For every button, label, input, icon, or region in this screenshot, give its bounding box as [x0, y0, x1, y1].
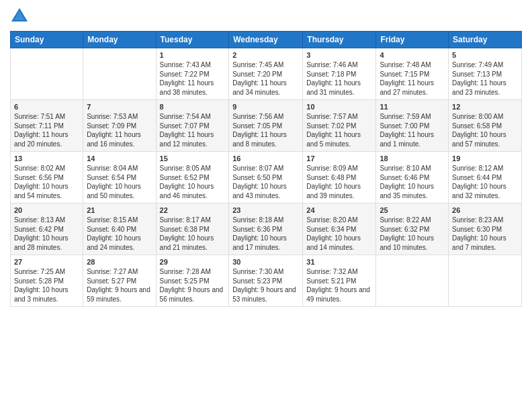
day-info: Sunrise: 7:27 AMSunset: 5:27 PMDaylight:…: [87, 267, 152, 304]
week-row-3: 13Sunrise: 8:02 AMSunset: 6:56 PMDayligh…: [11, 152, 522, 203]
day-info: Sunrise: 8:10 AMSunset: 6:46 PMDaylight:…: [380, 164, 445, 200]
day-number: 19: [452, 154, 518, 163]
day-cell: 17Sunrise: 8:09 AMSunset: 6:48 PMDayligh…: [303, 152, 376, 203]
day-cell: 30Sunrise: 7:30 AMSunset: 5:23 PMDayligh…: [229, 255, 303, 307]
day-number: 17: [306, 154, 372, 163]
day-cell: 27Sunrise: 7:25 AMSunset: 5:28 PMDayligh…: [11, 255, 83, 307]
day-info: Sunrise: 7:45 AMSunset: 7:20 PMDaylight:…: [232, 60, 299, 97]
day-cell: 29Sunrise: 7:28 AMSunset: 5:25 PMDayligh…: [156, 255, 229, 307]
logo: [10, 7, 32, 26]
day-info: Sunrise: 8:04 AMSunset: 6:54 PMDaylight:…: [87, 164, 152, 200]
day-info: Sunrise: 8:07 AMSunset: 6:50 PMDaylight:…: [232, 164, 299, 200]
day-cell: 5Sunrise: 7:49 AMSunset: 7:13 PMDaylight…: [449, 48, 522, 100]
day-info: Sunrise: 7:46 AMSunset: 7:18 PMDaylight:…: [306, 60, 372, 97]
weekday-header-tuesday: Tuesday: [156, 32, 229, 48]
day-number: 9: [232, 103, 299, 111]
day-info: Sunrise: 7:53 AMSunset: 7:09 PMDaylight:…: [87, 112, 152, 148]
day-info: Sunrise: 8:23 AMSunset: 6:30 PMDaylight:…: [452, 216, 518, 252]
day-info: Sunrise: 8:12 AMSunset: 6:44 PMDaylight:…: [452, 164, 518, 200]
day-cell: 22Sunrise: 8:17 AMSunset: 6:38 PMDayligh…: [156, 203, 229, 255]
day-info: Sunrise: 8:09 AMSunset: 6:48 PMDaylight:…: [306, 164, 372, 200]
day-cell: 24Sunrise: 8:20 AMSunset: 6:34 PMDayligh…: [303, 203, 376, 255]
header: [10, 7, 522, 26]
day-number: 29: [160, 258, 226, 266]
day-cell: 12Sunrise: 8:00 AMSunset: 6:58 PMDayligh…: [449, 100, 522, 152]
day-cell: 8Sunrise: 7:54 AMSunset: 7:07 PMDaylight…: [156, 100, 229, 152]
day-number: 16: [232, 154, 299, 163]
calendar: SundayMondayTuesdayWednesdayThursdayFrid…: [10, 31, 522, 307]
day-info: Sunrise: 7:56 AMSunset: 7:05 PMDaylight:…: [232, 112, 299, 148]
day-number: 24: [306, 206, 372, 214]
day-cell: 9Sunrise: 7:56 AMSunset: 7:05 PMDaylight…: [229, 100, 303, 152]
day-number: 13: [14, 154, 79, 163]
day-number: 4: [380, 51, 445, 59]
day-cell: 10Sunrise: 7:57 AMSunset: 7:02 PMDayligh…: [303, 100, 376, 152]
day-info: Sunrise: 7:49 AMSunset: 7:13 PMDaylight:…: [452, 60, 518, 97]
day-info: Sunrise: 7:54 AMSunset: 7:07 PMDaylight:…: [160, 112, 226, 148]
day-info: Sunrise: 7:30 AMSunset: 5:23 PMDaylight:…: [232, 267, 299, 304]
day-info: Sunrise: 8:15 AMSunset: 6:40 PMDaylight:…: [87, 216, 152, 252]
week-row-4: 20Sunrise: 8:13 AMSunset: 6:42 PMDayligh…: [11, 203, 522, 255]
day-number: 8: [160, 103, 226, 111]
day-number: 18: [380, 154, 445, 163]
weekday-header-friday: Friday: [376, 32, 449, 48]
weekday-header-wednesday: Wednesday: [229, 32, 303, 48]
day-number: 5: [452, 51, 518, 59]
week-row-5: 27Sunrise: 7:25 AMSunset: 5:28 PMDayligh…: [11, 255, 522, 307]
day-info: Sunrise: 8:13 AMSunset: 6:42 PMDaylight:…: [14, 216, 79, 252]
day-number: 6: [14, 103, 79, 111]
day-info: Sunrise: 7:28 AMSunset: 5:25 PMDaylight:…: [160, 267, 226, 304]
day-info: Sunrise: 7:48 AMSunset: 7:15 PMDaylight:…: [380, 60, 445, 97]
day-info: Sunrise: 8:18 AMSunset: 6:36 PMDaylight:…: [232, 216, 299, 252]
day-info: Sunrise: 8:20 AMSunset: 6:34 PMDaylight:…: [306, 216, 372, 252]
day-info: Sunrise: 8:05 AMSunset: 6:52 PMDaylight:…: [160, 164, 226, 200]
day-number: 3: [306, 51, 372, 59]
day-info: Sunrise: 7:57 AMSunset: 7:02 PMDaylight:…: [306, 112, 372, 148]
day-info: Sunrise: 7:59 AMSunset: 7:00 PMDaylight:…: [380, 112, 445, 148]
weekday-header-thursday: Thursday: [303, 32, 376, 48]
weekday-header-sunday: Sunday: [11, 32, 83, 48]
day-cell: [376, 255, 449, 307]
day-cell: 26Sunrise: 8:23 AMSunset: 6:30 PMDayligh…: [449, 203, 522, 255]
day-cell: 1Sunrise: 7:43 AMSunset: 7:22 PMDaylight…: [156, 48, 229, 100]
day-number: 27: [14, 258, 79, 266]
day-cell: 4Sunrise: 7:48 AMSunset: 7:15 PMDaylight…: [376, 48, 449, 100]
day-info: Sunrise: 8:00 AMSunset: 6:58 PMDaylight:…: [452, 112, 518, 148]
day-cell: 21Sunrise: 8:15 AMSunset: 6:40 PMDayligh…: [83, 203, 156, 255]
day-number: 28: [87, 258, 152, 266]
page: SundayMondayTuesdayWednesdayThursdayFrid…: [0, 0, 532, 411]
day-info: Sunrise: 8:02 AMSunset: 6:56 PMDaylight:…: [14, 164, 79, 200]
day-cell: 14Sunrise: 8:04 AMSunset: 6:54 PMDayligh…: [83, 152, 156, 203]
day-number: 23: [232, 206, 299, 214]
day-number: 22: [160, 206, 226, 214]
day-cell: 13Sunrise: 8:02 AMSunset: 6:56 PMDayligh…: [11, 152, 83, 203]
weekday-header-row: SundayMondayTuesdayWednesdayThursdayFrid…: [11, 32, 522, 48]
day-cell: 15Sunrise: 8:05 AMSunset: 6:52 PMDayligh…: [156, 152, 229, 203]
day-cell: 23Sunrise: 8:18 AMSunset: 6:36 PMDayligh…: [229, 203, 303, 255]
day-cell: 6Sunrise: 7:51 AMSunset: 7:11 PMDaylight…: [11, 100, 83, 152]
day-number: 15: [160, 154, 226, 163]
day-number: 26: [452, 206, 518, 214]
day-info: Sunrise: 7:32 AMSunset: 5:21 PMDaylight:…: [306, 267, 372, 304]
week-row-1: 1Sunrise: 7:43 AMSunset: 7:22 PMDaylight…: [11, 48, 522, 100]
day-cell: 11Sunrise: 7:59 AMSunset: 7:00 PMDayligh…: [376, 100, 449, 152]
day-number: 2: [232, 51, 299, 59]
day-cell: 2Sunrise: 7:45 AMSunset: 7:20 PMDaylight…: [229, 48, 303, 100]
day-info: Sunrise: 7:51 AMSunset: 7:11 PMDaylight:…: [14, 112, 79, 148]
day-number: 30: [232, 258, 299, 266]
day-number: 7: [87, 103, 152, 111]
day-number: 11: [380, 103, 445, 111]
day-number: 12: [452, 103, 518, 111]
day-cell: [11, 48, 83, 100]
day-cell: 18Sunrise: 8:10 AMSunset: 6:46 PMDayligh…: [376, 152, 449, 203]
day-cell: 3Sunrise: 7:46 AMSunset: 7:18 PMDaylight…: [303, 48, 376, 100]
day-info: Sunrise: 8:17 AMSunset: 6:38 PMDaylight:…: [160, 216, 226, 252]
day-info: Sunrise: 8:22 AMSunset: 6:32 PMDaylight:…: [380, 216, 445, 252]
day-number: 31: [306, 258, 372, 266]
day-cell: 28Sunrise: 7:27 AMSunset: 5:27 PMDayligh…: [83, 255, 156, 307]
day-cell: 19Sunrise: 8:12 AMSunset: 6:44 PMDayligh…: [449, 152, 522, 203]
day-cell: 20Sunrise: 8:13 AMSunset: 6:42 PMDayligh…: [11, 203, 83, 255]
day-cell: [83, 48, 156, 100]
day-number: 21: [87, 206, 152, 214]
day-cell: 16Sunrise: 8:07 AMSunset: 6:50 PMDayligh…: [229, 152, 303, 203]
